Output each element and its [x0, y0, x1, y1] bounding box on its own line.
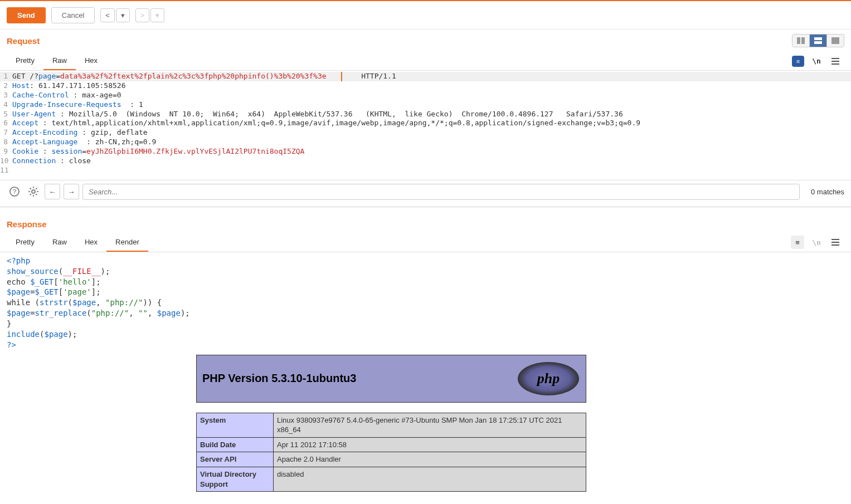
- line-number: 6: [0, 119, 12, 128]
- svg-point-7: [32, 190, 35, 193]
- tab-pretty[interactable]: Pretty: [7, 52, 43, 70]
- line-content: Connection : close: [12, 156, 91, 166]
- tab-raw[interactable]: Raw: [43, 52, 76, 70]
- view-columns-button[interactable]: [792, 35, 810, 47]
- svg-rect-2: [814, 37, 822, 40]
- source-line: echo $_GET['hello'];: [7, 277, 851, 287]
- actions-icon[interactable]: ≡: [792, 56, 804, 67]
- line-number: 9: [0, 147, 12, 156]
- table-value: disabled: [274, 467, 586, 492]
- search-bar: ? ← → 0 matches: [0, 180, 851, 203]
- tab-resp-raw[interactable]: Raw: [43, 233, 76, 252]
- tab-resp-render[interactable]: Render: [106, 233, 148, 252]
- php-version-title: PHP Version 5.3.10-1ubuntu3: [202, 371, 356, 386]
- help-icon: ?: [9, 186, 20, 197]
- svg-rect-1: [801, 37, 805, 44]
- arrow-right-icon: →: [68, 188, 75, 196]
- line-content: Accept-Encoding : gzip, deflate: [12, 128, 148, 138]
- request-editor[interactable]: 1GET /?page=data%3a%2f%2ftext%2fplain%2c…: [0, 71, 851, 180]
- prev-button[interactable]: <: [100, 8, 115, 22]
- table-label: Server API: [197, 452, 274, 467]
- code-line[interactable]: 3Cache-Control : max-age=0: [0, 91, 851, 100]
- code-line[interactable]: 5User-Agent : Mozilla/5.0 (Windows NT 10…: [0, 110, 851, 119]
- response-menu[interactable]: [829, 236, 842, 249]
- line-number: 7: [0, 128, 12, 138]
- code-line[interactable]: 9Cookie : session=eyJhZGlpbiI6MH0.ZfkjEw…: [0, 147, 851, 156]
- table-value: Apr 11 2012 17:10:58: [274, 437, 586, 452]
- request-header: Request: [0, 30, 851, 52]
- line-number: 10: [0, 156, 12, 166]
- request-view-controls: [792, 34, 844, 47]
- caret-down-icon: ▾: [155, 11, 159, 19]
- table-row: Build DateApr 11 2012 17:10:58: [197, 437, 586, 452]
- single-icon: [831, 37, 839, 44]
- response-newline-toggle[interactable]: \n: [810, 236, 823, 249]
- line-content: Host: 61.147.171.105:58526: [12, 81, 126, 91]
- line-number: 1: [0, 72, 12, 81]
- search-input[interactable]: [82, 184, 800, 200]
- search-prev-button[interactable]: ←: [45, 184, 60, 199]
- svg-rect-0: [797, 37, 800, 44]
- code-line[interactable]: 11: [0, 166, 851, 175]
- svg-text:?: ?: [13, 188, 16, 195]
- line-content: Cache-Control : max-age=0: [12, 91, 121, 100]
- help-button[interactable]: ?: [7, 184, 22, 199]
- send-button[interactable]: Send: [7, 7, 46, 23]
- source-line: <?php: [7, 256, 851, 266]
- request-menu[interactable]: [829, 55, 842, 68]
- source-line: ?>: [7, 340, 851, 350]
- code-line[interactable]: 10Connection : close: [0, 156, 851, 166]
- code-line[interactable]: 8Accept-Language : zh-CN,zh;q=0.9: [0, 138, 851, 147]
- table-row: SystemLinux 9380937e9767 5.4.0-65-generi…: [197, 413, 586, 437]
- view-single-button[interactable]: [827, 35, 844, 47]
- source-line: show_source(__FILE__);: [7, 266, 851, 277]
- code-line[interactable]: 7Accept-Encoding : gzip, deflate: [0, 128, 851, 138]
- source-line: }: [7, 319, 851, 329]
- line-content: GET /?page=data%3a%2f%2ftext%2fplain%2c%…: [12, 72, 396, 81]
- response-render: <?phpshow_source(__FILE__);echo $_GET['h…: [0, 252, 851, 492]
- arrow-left-icon: ←: [49, 188, 56, 196]
- newline-toggle[interactable]: \n: [810, 55, 823, 68]
- line-number: 5: [0, 110, 12, 119]
- response-actions-icon[interactable]: ≡: [791, 236, 804, 249]
- code-line[interactable]: 2Host: 61.147.171.105:58526: [0, 81, 851, 91]
- table-label: System: [197, 413, 274, 437]
- code-line[interactable]: 1GET /?page=data%3a%2f%2ftext%2fplain%2c…: [0, 72, 851, 81]
- code-line[interactable]: 4Upgrade-Insecure-Requests : 1: [0, 100, 851, 110]
- matches-count: 0 matches: [803, 188, 844, 196]
- table-row: Server APIApache 2.0 Handler: [197, 452, 586, 467]
- source-line: include($page);: [7, 329, 851, 340]
- line-number: 2: [0, 81, 12, 91]
- line-content: User-Agent : Mozilla/5.0 (Windows NT 10.…: [12, 110, 623, 119]
- code-line[interactable]: 6Accept : text/html,application/xhtml+xm…: [0, 119, 851, 128]
- source-line: while (strstr($page, "php://")) {: [7, 297, 851, 308]
- response-tabs: Pretty Raw Hex Render ≡ \n: [0, 233, 851, 252]
- columns-icon: [797, 37, 805, 44]
- next-button[interactable]: >: [135, 8, 150, 22]
- table-row: Virtual Directory Supportdisabled: [197, 467, 586, 492]
- request-tabs: Pretty Raw Hex ≡ \n: [0, 52, 851, 71]
- table-label: Build Date: [197, 437, 274, 452]
- line-content: Accept : text/html,application/xhtml+xml…: [12, 119, 640, 128]
- main-toolbar: Send Cancel < ▾ > ▾ Targe: [0, 2, 851, 30]
- tab-hex[interactable]: Hex: [76, 52, 106, 70]
- line-number: 3: [0, 91, 12, 100]
- line-number: 11: [0, 166, 12, 175]
- request-title: Request: [7, 36, 40, 46]
- hamburger-icon: [831, 239, 839, 246]
- tab-resp-hex[interactable]: Hex: [76, 233, 106, 252]
- tab-resp-pretty[interactable]: Pretty: [7, 233, 43, 252]
- prev-dropdown[interactable]: ▾: [116, 8, 130, 22]
- table-label: Virtual Directory Support: [197, 467, 274, 492]
- search-next-button[interactable]: →: [64, 184, 79, 199]
- view-rows-button[interactable]: [810, 35, 827, 47]
- settings-button[interactable]: [26, 184, 41, 199]
- chevron-left-icon: <: [105, 11, 110, 19]
- cancel-button[interactable]: Cancel: [51, 7, 95, 23]
- source-line: $page=$_GET['page'];: [7, 287, 851, 297]
- table-value: Apache 2.0 Handler: [274, 452, 586, 467]
- next-dropdown[interactable]: ▾: [150, 8, 164, 22]
- line-content: Upgrade-Insecure-Requests : 1: [12, 100, 143, 110]
- svg-rect-4: [831, 37, 839, 44]
- php-source-code: <?phpshow_source(__FILE__);echo $_GET['h…: [7, 256, 851, 350]
